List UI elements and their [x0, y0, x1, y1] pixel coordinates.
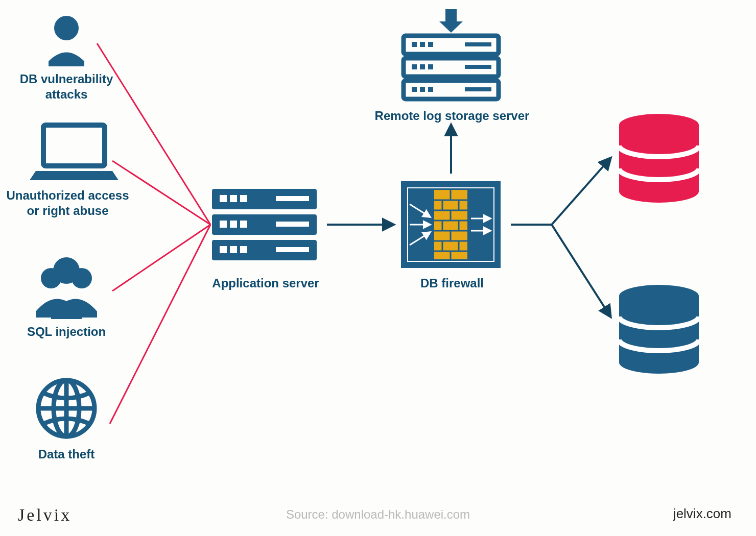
- svg-line-3: [110, 225, 210, 424]
- svg-point-8: [53, 257, 80, 284]
- svg-rect-5: [43, 125, 105, 166]
- label-unauthorized: Unauthorized accessor right abuse: [3, 188, 133, 218]
- svg-rect-27: [276, 247, 309, 252]
- svg-line-2: [112, 225, 210, 291]
- svg-rect-23: [276, 222, 309, 227]
- svg-rect-59: [465, 42, 491, 46]
- group-icon: [36, 257, 97, 319]
- laptop-icon: [30, 125, 119, 180]
- svg-rect-18: [240, 195, 247, 202]
- svg-rect-60: [412, 64, 417, 69]
- database-blue-icon: [619, 285, 699, 374]
- label-sql-injection: SQL injection: [15, 324, 117, 339]
- label-app-server: Application server: [204, 276, 327, 291]
- svg-rect-22: [240, 221, 247, 228]
- svg-rect-63: [465, 65, 491, 69]
- label-db-vuln: DB vulnerabilityattacks: [10, 71, 123, 102]
- svg-rect-26: [240, 246, 247, 253]
- svg-rect-58: [428, 42, 433, 47]
- svg-point-73: [619, 351, 699, 374]
- label-log-server: Remote log storage server: [365, 108, 539, 124]
- log-server-icon: [404, 9, 499, 99]
- diagram-canvas: DB vulnerabilityattacks Unauthorized acc…: [0, 0, 756, 536]
- svg-rect-66: [428, 87, 433, 92]
- svg-rect-24: [220, 246, 227, 253]
- svg-rect-16: [220, 195, 227, 202]
- arrows-firewall-to-db: [511, 158, 610, 316]
- svg-rect-25: [230, 246, 237, 253]
- label-db-firewall: DB firewall: [404, 276, 501, 291]
- footer-source: Source: download-hk.huawei.com: [0, 507, 756, 522]
- db-firewall-icon: [401, 181, 501, 268]
- svg-rect-65: [420, 87, 425, 92]
- svg-rect-64: [412, 87, 417, 92]
- svg-point-4: [54, 16, 79, 40]
- app-server-icon: [212, 189, 317, 260]
- person-icon: [49, 16, 84, 66]
- svg-rect-19: [276, 196, 309, 201]
- database-red-icon: [619, 114, 699, 203]
- label-data-theft: Data theft: [15, 447, 117, 462]
- svg-rect-57: [420, 42, 425, 47]
- footer-site: jelvix.com: [673, 506, 731, 522]
- svg-rect-20: [220, 221, 227, 228]
- svg-rect-67: [465, 87, 491, 91]
- svg-rect-52: [445, 9, 457, 21]
- svg-point-70: [619, 180, 699, 203]
- svg-rect-62: [428, 64, 433, 69]
- svg-rect-17: [230, 195, 237, 202]
- svg-rect-61: [420, 64, 425, 69]
- svg-rect-56: [412, 42, 417, 47]
- svg-rect-21: [230, 221, 237, 228]
- globe-icon: [38, 380, 94, 436]
